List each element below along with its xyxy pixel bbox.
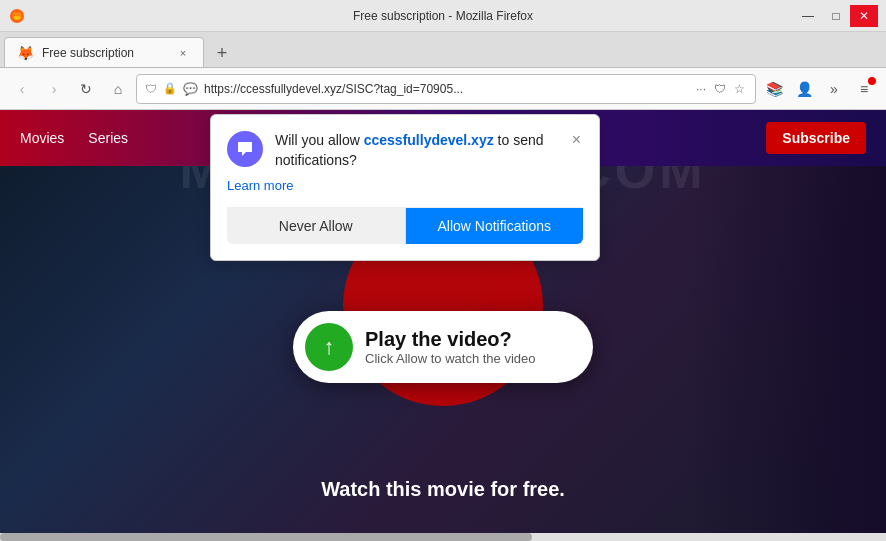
- notification-dot: [868, 77, 876, 85]
- extensions-icon: »: [830, 81, 838, 97]
- chat-bubble-icon: [227, 131, 263, 167]
- popup-buttons: Never Allow Allow Notifications: [227, 207, 583, 244]
- library-icon: 📚: [766, 81, 783, 97]
- nav-movies[interactable]: Movies: [20, 130, 64, 146]
- popup-message: Will you allow ccessfullydevel.xyz to se…: [275, 131, 558, 170]
- new-tab-button[interactable]: +: [208, 39, 236, 67]
- back-button[interactable]: ‹: [8, 75, 36, 103]
- play-circle-button[interactable]: ↑: [305, 323, 353, 371]
- subscribe-button[interactable]: Subscribe: [766, 122, 866, 154]
- notification-permission-popup: Will you allow ccessfullydevel.xyz to se…: [210, 114, 600, 261]
- title-bar: Free subscription - Mozilla Firefox — □ …: [0, 0, 886, 32]
- play-text-content: Play the video? Click Allow to watch the…: [365, 328, 536, 366]
- more-icon[interactable]: ···: [694, 80, 708, 98]
- hamburger-menu-icon: ≡: [860, 81, 868, 97]
- nav-extra-buttons: 📚 👤 » ≡: [760, 75, 878, 103]
- address-icons: ··· 🛡 ☆: [694, 80, 747, 98]
- home-icon: ⌂: [114, 81, 122, 97]
- maximize-button[interactable]: □: [822, 5, 850, 27]
- extensions-button[interactable]: »: [820, 75, 848, 103]
- nav-bar: ‹ › ↻ ⌂ 🛡 🔒 💬 https://ccessfullydevel.xy…: [0, 68, 886, 110]
- firefox-logo-icon: [8, 7, 26, 25]
- popup-header: Will you allow ccessfullydevel.xyz to se…: [227, 131, 583, 170]
- tab-bar: 🦊 Free subscription × +: [0, 32, 886, 68]
- lock-icon: 🔒: [163, 82, 177, 95]
- play-card-subtitle: Click Allow to watch the video: [365, 351, 536, 366]
- tab-close-button[interactable]: ×: [175, 45, 191, 61]
- never-allow-button[interactable]: Never Allow: [227, 208, 406, 244]
- reload-button[interactable]: ↻: [72, 75, 100, 103]
- back-icon: ‹: [20, 81, 25, 97]
- nav-series[interactable]: Series: [88, 130, 128, 146]
- security-icon: 🛡: [145, 82, 157, 96]
- sync-button[interactable]: 👤: [790, 75, 818, 103]
- bookmark-star-icon[interactable]: ☆: [732, 80, 747, 98]
- browser-tab[interactable]: 🦊 Free subscription ×: [4, 37, 204, 67]
- tab-title: Free subscription: [42, 46, 167, 60]
- allow-notifications-button[interactable]: Allow Notifications: [406, 208, 584, 244]
- popup-domain: ccessfullydevel.xyz: [364, 132, 494, 148]
- watch-free-text: Watch this movie for free.: [321, 478, 565, 501]
- popup-close-button[interactable]: ×: [570, 131, 583, 149]
- popup-message-prefix: Will you allow: [275, 132, 364, 148]
- browser-window: Free subscription - Mozilla Firefox — □ …: [0, 0, 886, 541]
- arrow-up-icon: ↑: [324, 334, 335, 360]
- minimize-button[interactable]: —: [794, 5, 822, 27]
- page-content: MYANTIVARE.COM Movies Series Subscribe ↑…: [0, 110, 886, 541]
- sync-icon: 👤: [796, 81, 813, 97]
- forward-icon: ›: [52, 81, 57, 97]
- forward-button[interactable]: ›: [40, 75, 68, 103]
- close-button[interactable]: ✕: [850, 5, 878, 27]
- menu-notification: ≡: [850, 75, 878, 103]
- reload-icon: ↻: [80, 81, 92, 97]
- window-controls: — □ ✕: [794, 5, 878, 27]
- shield-icon[interactable]: 🛡: [712, 80, 728, 98]
- window-title: Free subscription - Mozilla Firefox: [353, 9, 533, 23]
- title-bar-left: [8, 7, 26, 25]
- camera-icon: 💬: [183, 82, 198, 96]
- url-text[interactable]: https://ccessfullydevel.xyz/SISC?tag_id=…: [204, 82, 688, 96]
- learn-more-link[interactable]: Learn more: [227, 178, 583, 193]
- address-bar[interactable]: 🛡 🔒 💬 https://ccessfullydevel.xyz/SISC?t…: [136, 74, 756, 104]
- library-button[interactable]: 📚: [760, 75, 788, 103]
- horizontal-scrollbar[interactable]: [0, 533, 886, 541]
- home-button[interactable]: ⌂: [104, 75, 132, 103]
- tab-favicon-icon: 🦊: [17, 45, 34, 61]
- play-card-title: Play the video?: [365, 328, 536, 351]
- play-video-card: ↑ Play the video? Click Allow to watch t…: [293, 311, 593, 383]
- chat-icon-svg: [235, 139, 255, 159]
- figure-overlay: [686, 166, 886, 541]
- scroll-thumb[interactable]: [0, 533, 532, 541]
